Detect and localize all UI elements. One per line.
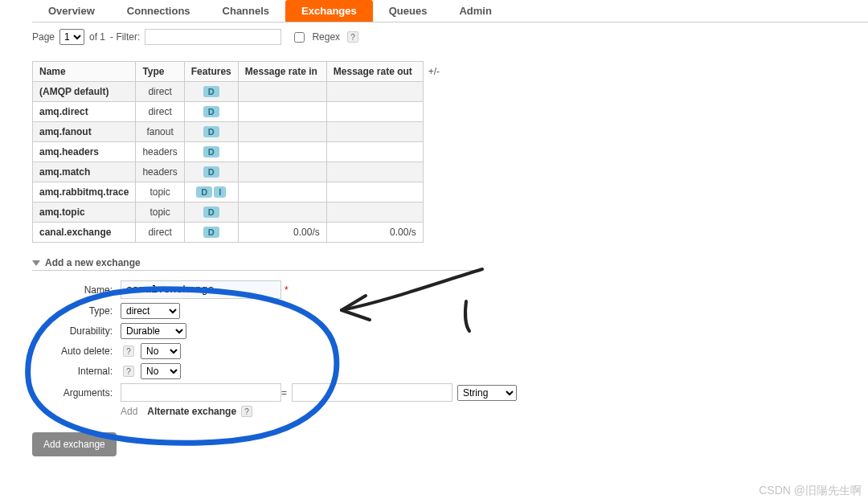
rate-out-cell <box>326 82 423 102</box>
equals-sign: = <box>281 387 287 399</box>
feature-badge: D <box>203 146 219 157</box>
help-icon[interactable]: ? <box>123 346 134 357</box>
features-cell: D <box>184 162 238 182</box>
add-exchange-form: Name: * Type: direct Durability: Durable… <box>32 280 868 456</box>
durability-select[interactable]: Durable <box>121 323 186 339</box>
internal-label: Internal: <box>32 366 113 377</box>
exchange-link[interactable]: amq.rabbitmq.trace <box>39 186 129 198</box>
table-row: amq.rabbitmq.tracetopicDI <box>33 182 424 202</box>
type-cell: topic <box>136 202 184 223</box>
col-features[interactable]: Features <box>184 62 238 82</box>
rate-in-cell <box>238 142 326 162</box>
features-cell: DI <box>184 182 238 202</box>
features-cell: D <box>184 102 238 122</box>
required-mark: * <box>285 284 289 296</box>
tab-exchanges[interactable]: Exchanges <box>285 0 373 22</box>
add-exchange-button[interactable]: Add exchange <box>32 432 117 456</box>
col-rate-out[interactable]: Message rate out <box>326 62 423 82</box>
tab-overview[interactable]: Overview <box>32 0 111 22</box>
feature-badge: D <box>203 227 219 238</box>
feature-badge: D <box>196 186 212 198</box>
plusminus-toggle[interactable]: +/- <box>428 66 440 77</box>
section-title: Add a new exchange <box>45 257 141 268</box>
feature-badge: D <box>203 166 219 178</box>
col-name[interactable]: Name <box>33 62 136 82</box>
type-cell: headers <box>136 142 184 162</box>
exchange-link[interactable]: amq.topic <box>39 207 85 218</box>
table-row: amq.matchheadersD <box>33 162 424 182</box>
table-row: amq.topictopicD <box>33 202 424 223</box>
exchange-link[interactable]: canal.exchange <box>39 227 111 238</box>
rate-in-cell <box>238 182 326 202</box>
exchanges-table: Name Type Features Message rate in Messa… <box>32 61 424 243</box>
rate-in-cell: 0.00/s <box>238 223 326 243</box>
collapse-icon <box>32 260 40 266</box>
feature-badge: D <box>203 207 219 218</box>
alternate-exchange-label[interactable]: Alternate exchange <box>147 406 236 417</box>
exchange-link[interactable]: amq.match <box>39 166 90 178</box>
features-cell: D <box>184 142 238 162</box>
type-cell: headers <box>136 162 184 182</box>
rate-in-cell <box>238 102 326 122</box>
type-cell: direct <box>136 82 184 102</box>
table-row: canal.exchangedirectD0.00/s0.00/s <box>33 223 424 243</box>
rate-out-cell: 0.00/s <box>326 223 423 243</box>
type-cell: fanout <box>136 122 184 142</box>
argument-key-field[interactable] <box>121 383 281 402</box>
add-argument-link[interactable]: Add <box>121 406 137 417</box>
rate-in-cell <box>238 122 326 142</box>
page-label: Page <box>32 31 55 43</box>
tabs: Overview Connections Channels Exchanges … <box>32 0 868 22</box>
page-select[interactable]: 1 <box>59 29 84 45</box>
features-cell: D <box>184 122 238 142</box>
rate-out-cell <box>326 182 423 202</box>
table-row: amq.headersheadersD <box>33 142 424 162</box>
feature-badge: D <box>203 106 219 117</box>
feature-badge: D <box>203 126 219 137</box>
exchange-link[interactable]: amq.direct <box>39 106 88 117</box>
durability-label: Durability: <box>32 325 113 337</box>
rate-in-cell <box>238 82 326 102</box>
regex-label: Regex <box>312 31 340 43</box>
tab-channels[interactable]: Channels <box>207 0 286 22</box>
name-field[interactable] <box>121 280 281 299</box>
type-select[interactable]: direct <box>121 303 180 319</box>
filter-input[interactable] <box>145 29 281 45</box>
internal-select[interactable]: No <box>141 363 181 379</box>
type-label: Type: <box>32 305 113 317</box>
rate-out-cell <box>326 142 423 162</box>
rate-out-cell <box>326 122 423 142</box>
name-label: Name: <box>32 284 113 296</box>
col-type[interactable]: Type <box>136 62 184 82</box>
autodelete-select[interactable]: No <box>141 343 181 359</box>
tab-queues[interactable]: Queues <box>373 0 444 22</box>
help-icon[interactable]: ? <box>123 366 134 377</box>
help-icon[interactable]: ? <box>241 406 252 417</box>
feature-badge: D <box>203 86 219 97</box>
section-add-exchange[interactable]: Add a new exchange <box>32 257 482 271</box>
argument-type-select[interactable]: String <box>457 385 517 401</box>
tab-admin[interactable]: Admin <box>443 0 507 22</box>
arguments-label: Arguments: <box>32 387 113 399</box>
type-cell: direct <box>136 102 184 122</box>
rate-out-cell <box>326 102 423 122</box>
exchange-link[interactable]: amq.fanout <box>39 126 92 137</box>
tab-connections[interactable]: Connections <box>111 0 207 22</box>
exchange-link[interactable]: amq.headers <box>39 146 99 157</box>
rate-in-cell <box>238 202 326 223</box>
rate-out-cell <box>326 162 423 182</box>
col-rate-in[interactable]: Message rate in <box>238 62 326 82</box>
table-row: amq.directdirectD <box>33 102 424 122</box>
features-cell: D <box>184 223 238 243</box>
argument-value-field[interactable] <box>292 383 452 402</box>
table-row: amq.fanoutfanoutD <box>33 122 424 142</box>
help-icon[interactable]: ? <box>347 31 358 43</box>
exchange-link[interactable]: (AMQP default) <box>39 86 108 97</box>
rate-out-cell <box>326 202 423 223</box>
feature-badge: I <box>214 186 226 198</box>
rate-in-cell <box>238 162 326 182</box>
type-cell: direct <box>136 223 184 243</box>
features-cell: D <box>184 82 238 102</box>
regex-checkbox[interactable] <box>294 32 305 43</box>
autodelete-label: Auto delete: <box>32 346 113 357</box>
